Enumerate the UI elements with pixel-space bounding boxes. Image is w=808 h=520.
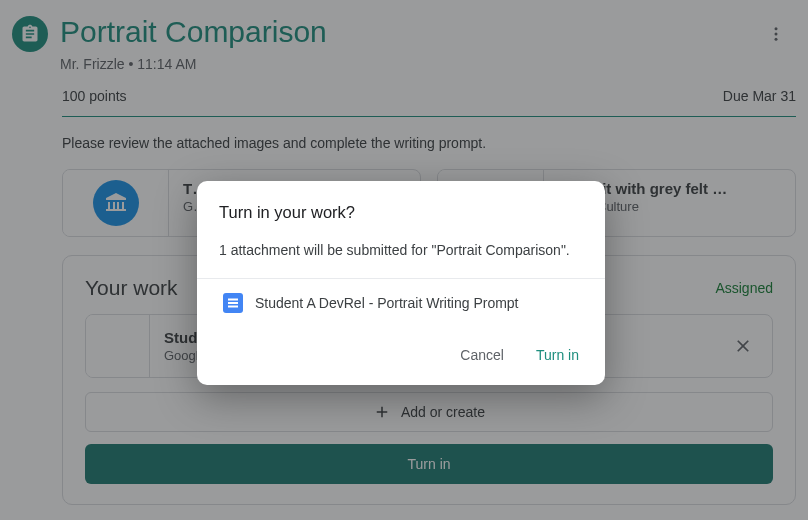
turn-in-confirm-button[interactable]: Turn in <box>532 341 583 369</box>
assignment-page: Portrait Comparison Mr. Frizzle • 11:14 … <box>0 0 808 520</box>
cancel-button[interactable]: Cancel <box>456 341 508 369</box>
google-doc-icon <box>223 293 243 313</box>
dialog-attachment-row: Student A DevRel - Portrait Writing Prom… <box>219 293 583 313</box>
dialog-actions: Cancel Turn in <box>219 341 583 369</box>
dialog-divider <box>197 278 605 279</box>
dialog-body: 1 attachment will be submitted for "Port… <box>219 242 583 258</box>
turn-in-dialog: Turn in your work? 1 attachment will be … <box>197 181 605 385</box>
dialog-attachment-name: Student A DevRel - Portrait Writing Prom… <box>255 295 519 311</box>
dialog-title: Turn in your work? <box>219 203 583 222</box>
